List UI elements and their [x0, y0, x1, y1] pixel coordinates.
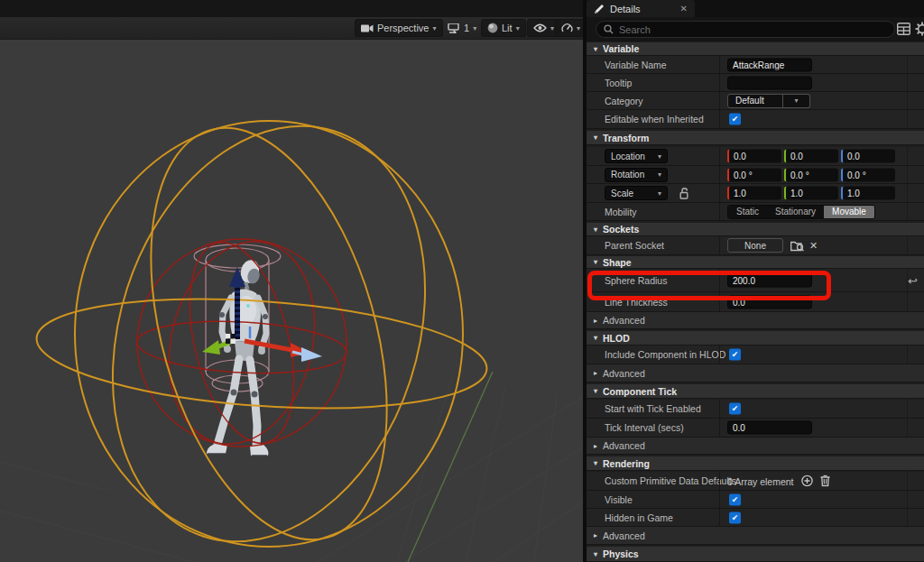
rotation-y-field[interactable]: 0.0 ° — [784, 168, 838, 181]
parent-socket-value[interactable]: None — [727, 238, 783, 253]
location-y-field[interactable]: 0.0 — [784, 150, 838, 163]
search-input[interactable] — [619, 24, 872, 35]
section-title: Rendering — [603, 458, 650, 469]
viewport-options-dropdown[interactable]: ▾ — [555, 19, 587, 37]
reset-to-default-icon[interactable]: ↩ — [908, 273, 918, 287]
property-label: Sphere Radius — [605, 275, 667, 286]
section-title: Transform — [603, 133, 649, 143]
mobility-static-button[interactable]: Static — [728, 206, 767, 218]
row-mobility: Mobility Static Stationary Movable — [587, 203, 924, 221]
rotation-dropdown[interactable]: Rotation ▾ — [605, 168, 668, 182]
line-thickness-input[interactable] — [727, 295, 812, 309]
variable-name-input[interactable] — [727, 58, 812, 71]
expand-arrow-icon: ▸ — [594, 317, 597, 325]
visible-checkbox[interactable]: ✔ — [729, 493, 741, 505]
hlod-advanced-expander[interactable]: ▸ Advanced — [587, 364, 924, 382]
row-editable-when-inherited: Editable when Inherited ✔ — [587, 110, 924, 129]
perspective-dropdown[interactable]: Perspective ▾ — [355, 19, 443, 37]
search-box[interactable] — [596, 21, 895, 38]
section-title: HLOD — [603, 333, 630, 344]
camera-count-label: 1 — [464, 23, 469, 33]
scale-y-field[interactable]: 1.0 — [784, 187, 838, 200]
gizmo-checker-handle[interactable] — [226, 334, 236, 344]
property-label: Category — [605, 96, 643, 106]
eye-icon — [533, 23, 547, 32]
location-x-field[interactable]: 0.0 — [727, 150, 781, 163]
trash-icon[interactable] — [820, 475, 830, 487]
close-tab-icon[interactable]: ✕ — [680, 4, 688, 14]
chevron-down-icon: ▾ — [432, 24, 436, 32]
property-label: Mobility — [605, 207, 637, 217]
row-variable-name: Variable Name — [587, 56, 924, 74]
property-label: Line Thickness — [605, 297, 668, 308]
gizmo-y-arrow[interactable] — [202, 340, 220, 355]
section-header-component-tick[interactable]: ▾ Component Tick — [587, 384, 924, 399]
property-label: Visible — [605, 494, 633, 505]
details-panel: ▾ Variable Variable Name Tooltip Categor… — [587, 17, 924, 562]
property-label: Hidden in Game — [605, 512, 673, 523]
rendering-advanced-expander[interactable]: ▸ Advanced — [587, 527, 924, 545]
viewport-top-strip — [0, 0, 583, 17]
start-tick-checkbox[interactable]: ✔ — [729, 403, 741, 415]
section-header-sockets[interactable]: ▾ Sockets — [587, 223, 924, 236]
collapse-arrow-icon: ▾ — [594, 258, 597, 266]
chevron-down-icon: ▾ — [658, 152, 661, 161]
rotation-x-field[interactable]: 0.0 ° — [727, 168, 781, 181]
tooltip-input[interactable] — [727, 76, 812, 89]
hidden-in-game-checkbox[interactable]: ✔ — [729, 511, 741, 523]
location-dropdown[interactable]: Location ▾ — [605, 149, 668, 163]
section-header-physics[interactable]: ▾ Physics — [587, 547, 924, 562]
section-header-hlod[interactable]: ▾ HLOD — [587, 331, 924, 345]
tick-interval-input[interactable] — [727, 421, 812, 435]
chevron-down-icon: ▾ — [577, 24, 580, 32]
display-manager-icon[interactable] — [897, 23, 910, 35]
socket-browse-icon[interactable] — [790, 240, 804, 252]
section-header-rendering[interactable]: ▾ Rendering — [587, 456, 924, 471]
row-custom-primitive-data: Custom Primitive Data Defaults 0 Array e… — [587, 472, 924, 491]
collapse-arrow-icon: ▾ — [594, 387, 597, 395]
row-tooltip: Tooltip — [587, 74, 924, 92]
editable-inherited-checkbox[interactable]: ✔ — [729, 114, 741, 125]
tab-details[interactable]: Details ✕ — [587, 0, 695, 17]
view-mode-label: Lit — [502, 23, 513, 33]
shape-advanced-expander[interactable]: ▸ Advanced — [587, 312, 924, 329]
scale-z-field[interactable]: 1.0 — [841, 187, 895, 200]
row-rotation: Rotation ▾ 0.0 ° 0.0 ° 0.0 ° — [587, 166, 924, 184]
sphere-radius-input[interactable] — [727, 273, 812, 287]
camera-icon — [361, 23, 374, 33]
mobility-movable-button[interactable]: Movable — [824, 206, 874, 218]
tick-advanced-expander[interactable]: ▸ Advanced — [587, 438, 924, 455]
add-element-icon[interactable] — [801, 475, 813, 487]
include-hlod-checkbox[interactable]: ✔ — [729, 349, 741, 361]
view-mode-dropdown[interactable]: Lit ▾ — [481, 19, 526, 37]
property-label: Start with Tick Enabled — [605, 403, 701, 414]
details-rows: ▾ Variable Variable Name Tooltip Categor… — [587, 41, 924, 562]
rotation-z-field[interactable]: 0.0 ° — [841, 168, 895, 181]
section-header-shape[interactable]: ▾ Shape — [587, 256, 924, 269]
row-parent-socket: Parent Socket None ✕ — [587, 236, 924, 255]
section-header-transform[interactable]: ▾ Transform — [587, 131, 924, 145]
unlocked-lock-icon[interactable] — [679, 188, 689, 199]
section-header-variable[interactable]: ▾ Variable — [587, 42, 924, 56]
expand-arrow-icon: ▸ — [594, 531, 597, 539]
row-scale: Scale ▾ 1.0 1.0 1.0 — [587, 184, 924, 203]
scale-x-field[interactable]: 1.0 — [727, 187, 781, 200]
gear-icon[interactable] — [915, 22, 924, 36]
scale-dropdown[interactable]: Scale ▾ — [605, 186, 668, 200]
section-title: Variable — [603, 43, 639, 54]
category-dropdown-button[interactable]: ▾ — [783, 94, 810, 108]
collapse-arrow-icon: ▾ — [594, 334, 597, 342]
collapse-arrow-icon: ▾ — [594, 134, 597, 142]
category-value[interactable]: Default — [727, 94, 783, 108]
row-sphere-radius: Sphere Radius ↩ — [587, 269, 924, 292]
array-element-count: 0 Array element — [727, 475, 794, 486]
mobility-stationary-button[interactable]: Stationary — [767, 206, 824, 218]
row-hidden-in-game: Hidden in Game ✔ — [587, 509, 924, 527]
viewport-3d[interactable] — [0, 40, 583, 562]
socket-clear-icon[interactable]: ✕ — [809, 240, 818, 252]
location-z-field[interactable]: 0.0 — [841, 150, 895, 163]
row-location: Location ▾ 0.0 0.0 0.0 — [587, 147, 924, 166]
pencil-icon — [594, 4, 605, 14]
camera-speed-dropdown[interactable]: 1 ▾ — [441, 19, 483, 37]
property-label: Variable Name — [605, 60, 667, 70]
